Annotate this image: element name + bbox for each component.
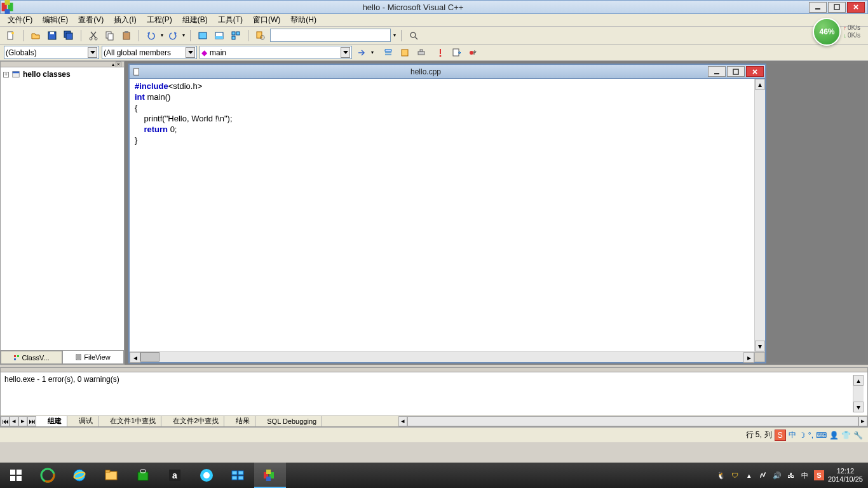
task-vc-icon[interactable] (254, 463, 286, 488)
compile-button[interactable] (381, 46, 395, 60)
find-input[interactable] (270, 29, 391, 42)
scroll-down-button[interactable]: ▾ (755, 341, 765, 351)
expand-icon[interactable]: + (3, 72, 9, 78)
maximize-button[interactable] (828, 2, 846, 13)
classview-tab[interactable]: ClassV... (1, 351, 62, 364)
stop-build-button[interactable] (414, 46, 428, 60)
editor-titlebar[interactable]: hello.cpp (130, 65, 765, 79)
svg-rect-61 (232, 476, 237, 480)
output-tab-last[interactable]: ⏭ (27, 416, 36, 426)
output-text[interactable]: hello.exe - 1 error(s), 0 warning(s) (4, 375, 853, 412)
scroll-left-button[interactable]: ◂ (130, 352, 140, 363)
ime-comma-icon[interactable]: °, (808, 431, 813, 440)
task-360-icon[interactable] (32, 463, 64, 488)
menu-insert[interactable]: 插入(I) (110, 13, 140, 27)
function-combo[interactable]: ◆ main (200, 46, 352, 59)
output-vscroll[interactable]: ▴▾ (853, 375, 864, 412)
task-store-icon[interactable] (127, 463, 159, 488)
output-tab-debug[interactable]: 调试 (67, 416, 98, 426)
copy-button[interactable] (103, 29, 117, 43)
close-button[interactable] (847, 2, 865, 13)
go-button[interactable] (450, 46, 464, 60)
task-ie-icon[interactable] (64, 463, 95, 488)
svg-rect-16 (123, 32, 130, 39)
ime-sogou-icon[interactable]: S (775, 430, 786, 441)
start-button[interactable] (0, 463, 32, 488)
output-tab-find2[interactable]: 在文件2中查找 (161, 416, 224, 426)
tray-shield-icon[interactable]: 🛡 (730, 470, 740, 480)
output-tab-build[interactable]: 组建 (36, 416, 67, 426)
tray-clock[interactable]: 12:12 2014/10/25 (828, 467, 863, 484)
output-tab-find1[interactable]: 在文件1中查找 (98, 416, 161, 426)
menu-file[interactable]: 文件(F) (4, 13, 36, 27)
ime-moon-icon[interactable]: ☽ (799, 431, 806, 440)
ime-shirt-icon[interactable]: 👕 (841, 431, 851, 440)
output-tab-first[interactable]: ⏮ (1, 416, 10, 426)
output-tab-next[interactable]: ▸ (18, 416, 27, 426)
minimize-button[interactable] (809, 2, 827, 13)
hscroll-thumb[interactable] (140, 352, 159, 362)
window-list-button[interactable] (229, 29, 243, 43)
task-amazon-icon[interactable]: a (159, 463, 191, 488)
scroll-up-button[interactable]: ▴ (755, 79, 765, 90)
execute-button[interactable] (433, 46, 447, 60)
output-hscroll-left[interactable]: ◂ (398, 416, 407, 426)
new-file-button[interactable] (4, 29, 18, 43)
members-combo[interactable]: (All global members (102, 46, 197, 59)
paste-button[interactable] (119, 29, 133, 43)
network-widget[interactable]: 46% 0K/s 0K/s (813, 18, 860, 46)
ime-wrench-icon[interactable]: 🔧 (853, 431, 863, 440)
horizontal-scrollbar[interactable]: ◂ ▸ (130, 351, 765, 362)
menu-build[interactable]: 组建(B) (179, 13, 212, 27)
menu-window[interactable]: 窗口(W) (249, 13, 284, 27)
output-tab-sql[interactable]: SQL Debugging (255, 416, 322, 426)
tray-volume-icon[interactable]: 🔊 (772, 470, 782, 480)
output-grip[interactable] (1, 368, 867, 372)
tray-sogou-icon[interactable]: S (814, 470, 824, 480)
code-editor[interactable]: #include<stdio.h> int main() { printf("H… (130, 79, 754, 351)
tray-up-icon[interactable]: ▴ (744, 470, 754, 480)
ime-keyboard-icon[interactable]: ⌨ (816, 431, 827, 440)
undo-button[interactable] (144, 29, 158, 43)
breakpoint-button[interactable] (466, 46, 480, 60)
goto-button[interactable] (355, 46, 369, 60)
fileview-tab[interactable]: FileView (62, 351, 124, 364)
tray-network-icon[interactable]: 🖧 (786, 470, 796, 480)
task-explorer-icon[interactable] (95, 463, 127, 488)
save-all-button[interactable] (62, 29, 76, 43)
svg-rect-15 (108, 34, 113, 40)
output-hscroll-right[interactable]: ▸ (858, 416, 867, 426)
sidebar-grip[interactable]: ▴× (1, 62, 124, 67)
tray-ime-cn[interactable]: 中 (800, 470, 810, 480)
menu-project[interactable]: 工程(P) (143, 13, 176, 27)
output-button[interactable] (212, 29, 226, 43)
save-button[interactable] (45, 29, 59, 43)
vertical-scrollbar[interactable]: ▴ ▾ (754, 79, 765, 351)
task-taskview-icon[interactable] (222, 463, 254, 488)
menu-edit[interactable]: 编辑(E) (39, 13, 72, 27)
ime-cn[interactable]: 中 (789, 430, 796, 440)
menu-tools[interactable]: 工具(T) (214, 13, 247, 27)
output-tab-results[interactable]: 结果 (224, 416, 255, 426)
tray-qq-icon[interactable]: 🐧 (716, 470, 726, 480)
redo-button[interactable] (166, 29, 180, 43)
doc-maximize-button[interactable] (727, 66, 745, 77)
workspace-button[interactable] (196, 29, 210, 43)
ime-person-icon[interactable]: 👤 (829, 431, 839, 440)
task-browser-icon[interactable] (191, 463, 222, 488)
menu-view[interactable]: 查看(V) (74, 13, 107, 27)
cut-button[interactable] (86, 29, 100, 43)
open-button[interactable] (29, 29, 43, 43)
find-button[interactable] (407, 29, 421, 43)
tree-root-row[interactable]: + hello classes (3, 70, 121, 79)
menu-help[interactable]: 帮助(H) (287, 13, 320, 27)
scope-combo[interactable]: (Globals) (4, 46, 99, 59)
tray-battery-icon[interactable]: 🗲 (758, 470, 768, 480)
output-tab-prev[interactable]: ◂ (10, 416, 18, 426)
build-button[interactable] (398, 46, 412, 60)
doc-close-button[interactable] (746, 66, 764, 77)
scroll-right-button[interactable]: ▸ (743, 352, 754, 363)
doc-minimize-button[interactable] (708, 66, 726, 77)
class-tree[interactable]: + hello classes (1, 67, 124, 350)
find-in-files-button[interactable] (254, 29, 268, 43)
